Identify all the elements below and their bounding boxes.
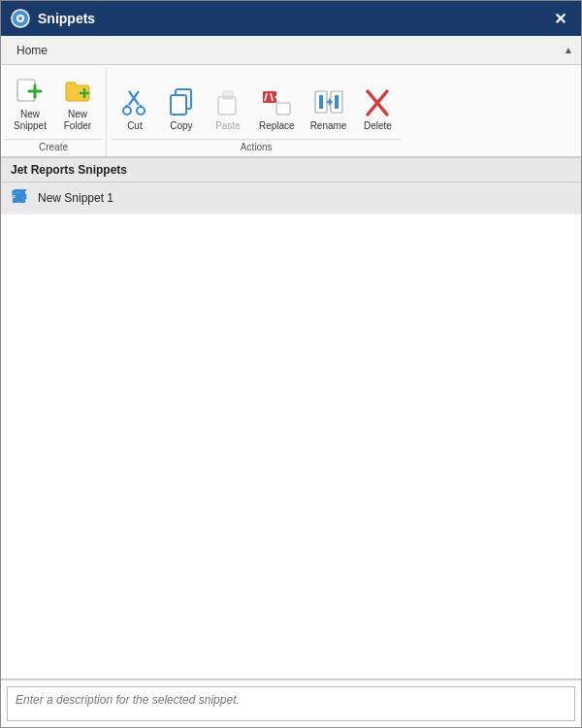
close-button[interactable]: ✕: [548, 7, 571, 30]
new-folder-label: NewFolder: [64, 109, 91, 132]
rename-label: Rename: [310, 120, 347, 132]
cut-icon: [119, 87, 150, 118]
replace-icon: [261, 87, 292, 118]
svg-rect-18: [223, 91, 233, 96]
snippet-puzzle-icon: [11, 188, 30, 208]
actions-buttons: Cut Copy: [111, 69, 403, 137]
svg-rect-15: [171, 95, 186, 115]
svg-point-2: [18, 17, 22, 20]
copy-icon: [166, 87, 197, 118]
new-folder-button[interactable]: NewFolder: [55, 71, 100, 135]
ribbon-nav: Home ▲: [1, 36, 581, 65]
new-snippet-button[interactable]: NewSnippet: [7, 71, 53, 135]
ribbon-toolbar: NewSnippet NewFolder Create: [1, 65, 581, 158]
snippet-item[interactable]: New Snippet 1: [1, 182, 581, 215]
new-snippet-label: NewSnippet: [14, 109, 47, 132]
replace-label: Replace: [259, 120, 295, 132]
section-header: Jet Reports Snippets: [1, 158, 581, 182]
titlebar: Snippets ✕: [1, 1, 581, 36]
delete-icon: [362, 87, 393, 118]
create-group: NewSnippet NewFolder Create: [1, 69, 107, 156]
create-group-label: Create: [5, 139, 102, 156]
window-title: Snippets: [38, 11, 548, 26]
create-buttons: NewSnippet NewFolder: [5, 69, 102, 137]
rename-icon: [313, 87, 344, 118]
collapse-ribbon-icon[interactable]: ▲: [564, 45, 573, 55]
delete-button[interactable]: Delete: [355, 83, 400, 135]
svg-point-10: [123, 107, 131, 115]
svg-rect-26: [319, 95, 323, 109]
svg-rect-20: [276, 103, 290, 115]
new-folder-icon: [62, 76, 93, 107]
snippet-name: New Snippet 1: [38, 191, 113, 205]
paste-icon: [212, 87, 243, 118]
cut-button[interactable]: Cut: [113, 83, 157, 135]
snippet-list: New Snippet 1: [1, 182, 581, 678]
description-area: [1, 678, 581, 727]
paste-button[interactable]: Paste: [206, 83, 250, 135]
copy-label: Copy: [170, 120, 192, 132]
new-snippet-icon: [15, 76, 46, 107]
svg-rect-16: [218, 97, 236, 115]
actions-group: Cut Copy: [107, 69, 406, 156]
svg-rect-19: [263, 91, 276, 103]
snippets-window: Snippets ✕ Home ▲ NewSnippet: [0, 0, 582, 728]
delete-label: Delete: [364, 120, 392, 132]
rename-button[interactable]: Rename: [304, 83, 354, 135]
content-area: Jet Reports Snippets New Snippet 1: [1, 158, 581, 678]
copy-button[interactable]: Copy: [159, 83, 204, 135]
nav-home[interactable]: Home: [9, 42, 55, 59]
cut-label: Cut: [127, 120, 143, 132]
description-input[interactable]: [7, 686, 575, 721]
svg-point-11: [137, 107, 145, 115]
replace-button[interactable]: Replace: [252, 83, 302, 135]
paste-label: Paste: [215, 120, 241, 132]
svg-rect-27: [335, 95, 339, 109]
actions-group-label: Actions: [111, 139, 403, 156]
app-icon: [11, 9, 30, 28]
